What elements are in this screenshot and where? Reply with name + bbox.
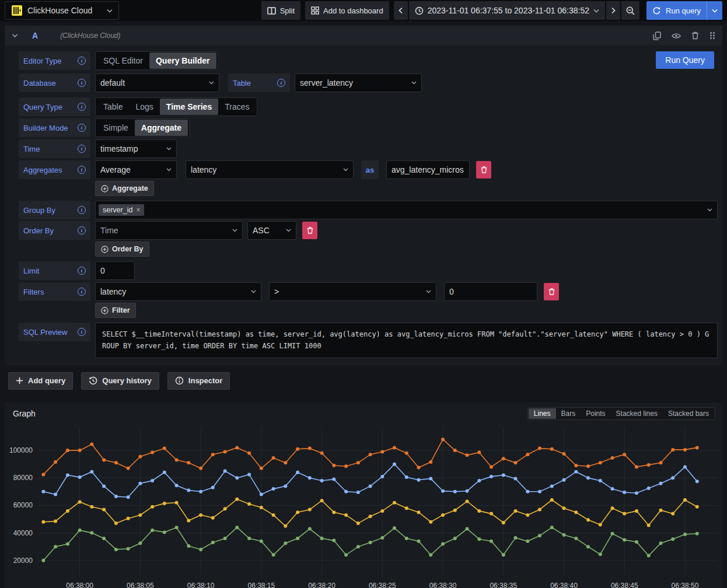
data-point[interactable] (284, 524, 287, 528)
data-point[interactable] (538, 534, 541, 537)
data-point[interactable] (514, 461, 518, 464)
data-point[interactable] (453, 490, 457, 494)
data-point[interactable] (526, 540, 529, 543)
editor-type-query-builder[interactable]: Query Builder (149, 52, 216, 69)
data-point[interactable] (114, 461, 118, 464)
data-point[interactable] (138, 541, 142, 545)
panel-run-query-button[interactable]: Run Query (656, 51, 714, 69)
data-point[interactable] (296, 510, 299, 514)
data-point[interactable] (611, 506, 614, 510)
data-point[interactable] (611, 532, 614, 536)
data-point[interactable] (296, 471, 299, 474)
data-point[interactable] (380, 475, 384, 478)
data-point[interactable] (175, 526, 179, 529)
data-point[interactable] (671, 476, 674, 480)
data-point[interactable] (429, 477, 432, 480)
data-point[interactable] (695, 480, 699, 483)
data-point[interactable] (163, 530, 166, 534)
data-point[interactable] (223, 469, 227, 473)
query-type-time-series[interactable]: Time Series (160, 99, 218, 115)
data-point[interactable] (623, 491, 626, 494)
group-by-select[interactable]: server_id (95, 201, 718, 219)
info-icon[interactable] (78, 328, 86, 336)
hide-query-eye-icon[interactable] (672, 33, 681, 39)
info-icon[interactable] (78, 57, 86, 65)
editor-type-sql-editor[interactable]: SQL Editor (97, 52, 149, 69)
data-point[interactable] (477, 537, 481, 541)
data-point[interactable] (574, 470, 578, 473)
filter-field-select[interactable]: latency (95, 282, 261, 301)
data-point[interactable] (151, 505, 154, 509)
data-point[interactable] (90, 531, 93, 534)
data-point[interactable] (308, 527, 312, 530)
remove-aggregate-button[interactable] (476, 161, 491, 178)
data-point[interactable] (453, 537, 457, 540)
data-point[interactable] (114, 548, 118, 551)
data-point[interactable] (393, 446, 396, 449)
data-point[interactable] (647, 463, 651, 467)
data-point[interactable] (235, 446, 239, 449)
data-point[interactable] (405, 537, 408, 540)
data-point[interactable] (78, 475, 82, 479)
data-point[interactable] (90, 470, 93, 473)
data-point[interactable] (502, 521, 505, 524)
data-point[interactable] (659, 508, 663, 512)
data-point[interactable] (296, 537, 299, 540)
data-point[interactable] (272, 487, 275, 491)
drag-handle-icon[interactable] (709, 32, 715, 40)
data-point[interactable] (647, 523, 651, 527)
data-point[interactable] (647, 554, 651, 557)
data-point[interactable] (127, 517, 130, 520)
data-point[interactable] (187, 544, 190, 548)
data-point[interactable] (477, 479, 481, 482)
delete-query-trash-icon[interactable] (691, 32, 699, 40)
data-point[interactable] (562, 478, 566, 482)
data-point[interactable] (199, 513, 202, 517)
remove-filter-button[interactable] (544, 283, 559, 300)
data-point[interactable] (138, 481, 142, 485)
graph-mode-stacked-lines[interactable]: Stacked lines (611, 408, 663, 419)
data-point[interactable] (599, 523, 602, 526)
data-point[interactable] (138, 513, 142, 517)
data-point[interactable] (538, 490, 541, 494)
data-point[interactable] (260, 492, 263, 496)
order-by-field-select[interactable]: Time (95, 221, 243, 240)
builder-mode-aggregate[interactable]: Aggregate (135, 120, 188, 136)
data-point[interactable] (526, 490, 529, 494)
data-point[interactable] (344, 553, 348, 556)
data-point[interactable] (453, 508, 457, 512)
data-point[interactable] (163, 471, 166, 474)
data-point[interactable] (683, 448, 687, 452)
data-point[interactable] (138, 454, 142, 458)
data-point[interactable] (659, 541, 663, 545)
time-range-picker[interactable]: 2023-11-01 06:37:55 to 2023-11-01 06:38:… (409, 1, 605, 20)
data-point[interactable] (151, 528, 154, 532)
data-point[interactable] (320, 499, 324, 502)
data-point[interactable] (102, 537, 106, 540)
data-point[interactable] (369, 541, 372, 544)
data-point[interactable] (611, 456, 614, 460)
add-to-dashboard-button[interactable]: Add to dashboard (305, 1, 389, 20)
data-point[interactable] (320, 479, 324, 482)
data-point[interactable] (441, 438, 445, 441)
data-point[interactable] (490, 465, 493, 468)
data-point[interactable] (393, 501, 396, 504)
data-point[interactable] (320, 452, 324, 455)
data-point[interactable] (356, 491, 360, 494)
data-point[interactable] (114, 522, 118, 525)
data-point[interactable] (671, 537, 674, 541)
data-point[interactable] (599, 552, 602, 556)
table-select[interactable]: server_latency (295, 74, 422, 92)
graph-mode-stacked-bars[interactable]: Stacked bars (663, 408, 714, 419)
split-button[interactable]: Split (261, 1, 300, 20)
data-point[interactable] (260, 506, 263, 509)
data-point[interactable] (284, 461, 287, 464)
data-point[interactable] (344, 513, 348, 517)
data-point[interactable] (308, 508, 312, 511)
data-point[interactable] (127, 495, 130, 499)
database-select[interactable]: default (95, 74, 219, 92)
data-point[interactable] (490, 512, 493, 515)
builder-mode-simple[interactable]: Simple (97, 120, 135, 136)
data-point[interactable] (54, 492, 57, 496)
info-icon[interactable] (78, 226, 86, 235)
